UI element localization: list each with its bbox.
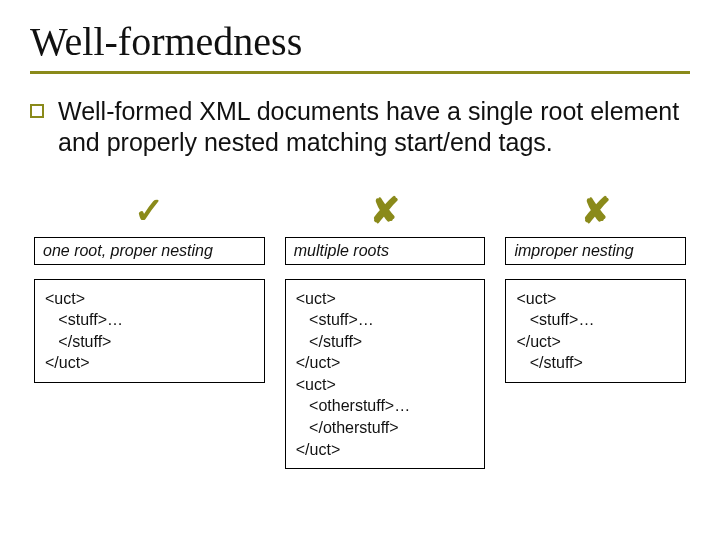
- column-improper-nesting: ✘ improper nesting <uct> <stuff>… </uct>…: [505, 193, 686, 470]
- column-label: improper nesting: [505, 237, 686, 265]
- column-label: multiple roots: [285, 237, 486, 265]
- code-example: <uct> <stuff>… </stuff> </uct>: [34, 279, 265, 383]
- slide: Well-formedness Well-formed XML document…: [0, 0, 720, 540]
- bullet-square-icon: [30, 104, 44, 118]
- column-correct: ✓ one root, proper nesting <uct> <stuff>…: [34, 193, 265, 470]
- cross-icon: ✘: [285, 193, 486, 229]
- column-multiple-roots: ✘ multiple roots <uct> <stuff>… </stuff>…: [285, 193, 486, 470]
- slide-title: Well-formedness: [30, 18, 690, 74]
- body-row: Well-formed XML documents have a single …: [30, 96, 690, 159]
- column-label: one root, proper nesting: [34, 237, 265, 265]
- body-text: Well-formed XML documents have a single …: [58, 96, 686, 159]
- code-example: <uct> <stuff>… </stuff> </uct> <uct> <ot…: [285, 279, 486, 470]
- cross-icon: ✘: [505, 193, 686, 229]
- check-icon: ✓: [34, 193, 265, 229]
- columns: ✓ one root, proper nesting <uct> <stuff>…: [30, 193, 690, 470]
- code-example: <uct> <stuff>… </uct> </stuff>: [505, 279, 686, 383]
